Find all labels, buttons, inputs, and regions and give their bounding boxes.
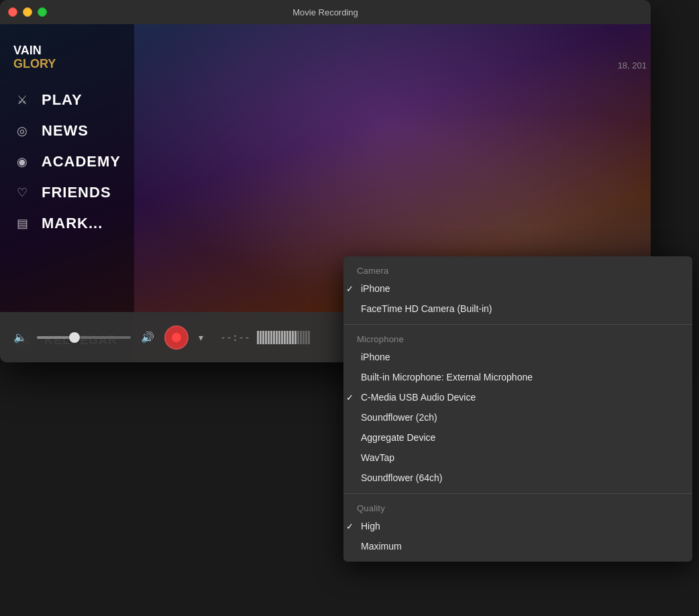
high-quality-label: High — [357, 521, 380, 531]
iphone-camera-label: iPhone — [357, 283, 390, 294]
sidebar-item-friends[interactable]: ♡ FRIENDS — [0, 177, 134, 208]
iphone-mic-label: iPhone — [357, 352, 390, 362]
nav-items: ⚔ PLAY ◎ NEWS ◉ ACADEMY ♡ FRIENDS ▤ MA — [0, 85, 134, 239]
sidebar-item-news[interactable]: ◎ NEWS — [0, 115, 134, 146]
quality-section: Quality ✓ High Maximum — [343, 494, 692, 562]
academy-icon: ◉ — [13, 153, 31, 170]
news-icon: ◎ — [13, 122, 31, 140]
menu-item-aggregate[interactable]: Aggregate Device — [343, 427, 692, 448]
minimize-button[interactable] — [23, 7, 32, 17]
friends-label: FRIENDS — [42, 184, 111, 201]
level-bar-18 — [303, 331, 305, 344]
menu-item-cmedia[interactable]: ✓ C-Media USB Audio Device — [343, 387, 692, 407]
friends-icon: ♡ — [13, 184, 31, 201]
level-bar-13 — [289, 331, 291, 344]
sword-icon: ⚔ — [13, 91, 31, 109]
timer-area: --:-- — [220, 331, 310, 344]
date-badge: 18, 201 — [614, 58, 651, 73]
level-bar-7 — [273, 331, 275, 344]
level-bar-19 — [305, 331, 307, 344]
news-label: NEWS — [42, 122, 89, 140]
maximize-button[interactable] — [38, 7, 47, 17]
level-bar-17 — [300, 331, 302, 344]
level-bar-6 — [270, 331, 272, 344]
logo: VAIN GLORY — [13, 44, 56, 71]
volume-low-icon: 🔈 — [13, 331, 27, 344]
timer-display: --:-- — [220, 331, 250, 344]
level-bar-12 — [286, 331, 288, 344]
level-bar-9 — [278, 331, 280, 344]
aggregate-label: Aggregate Device — [357, 432, 435, 443]
soundflower64ch-label: Soundflower (64ch) — [357, 472, 442, 483]
level-bar-15 — [294, 331, 297, 344]
play-label: PLAY — [42, 91, 83, 109]
sidebar-item-play[interactable]: ⚔ PLAY — [0, 85, 134, 115]
level-bar-3 — [262, 331, 264, 344]
level-bar-8 — [276, 331, 278, 344]
level-bar-5 — [268, 331, 270, 344]
level-bar-20 — [308, 331, 310, 344]
soundflower2ch-label: Soundflower (2ch) — [357, 412, 437, 423]
level-bar-1 — [257, 331, 259, 344]
facetime-camera-label: FaceTime HD Camera (Built-in) — [357, 303, 492, 314]
level-bar-4 — [265, 331, 267, 344]
logo-glory: GLORY — [13, 58, 56, 71]
level-bar-16 — [297, 331, 299, 344]
level-bar-11 — [284, 331, 286, 344]
volume-high-icon: 🔊 — [141, 331, 154, 344]
menu-item-high[interactable]: ✓ High — [343, 516, 692, 536]
check-icon-cmedia: ✓ — [346, 393, 354, 403]
maximum-quality-label: Maximum — [357, 541, 402, 552]
sidebar-item-academy[interactable]: ◉ ACADEMY — [0, 146, 134, 177]
menu-item-iphone-camera[interactable]: ✓ iPhone — [343, 278, 692, 299]
close-button[interactable] — [8, 7, 17, 17]
window-title: Movie Recording — [292, 7, 358, 17]
quality-section-label: Quality — [343, 499, 692, 516]
check-icon-high: ✓ — [346, 521, 354, 531]
camera-section-label: Camera — [343, 262, 692, 278]
menu-item-wavtap[interactable]: WavTap — [343, 448, 692, 468]
dropdown-arrow-icon[interactable]: ▾ — [199, 332, 203, 343]
record-dot-icon — [172, 333, 181, 342]
sidebar-item-market[interactable]: ▤ MARK... — [0, 208, 134, 239]
market-icon: ▤ — [13, 215, 31, 232]
traffic-lights — [8, 7, 47, 17]
logo-vain: VAIN — [13, 44, 56, 58]
menu-item-soundflower2ch[interactable]: Soundflower (2ch) — [343, 407, 692, 427]
menu-item-facetime-camera[interactable]: FaceTime HD Camera (Built-in) — [343, 299, 692, 319]
dropdown-menu: Camera ✓ iPhone FaceTime HD Camera (Buil… — [343, 256, 692, 562]
menu-item-soundflower64ch[interactable]: Soundflower (64ch) — [343, 468, 692, 488]
menu-item-builtin-mic[interactable]: Built-in Microphone: External Microphone — [343, 367, 692, 387]
wavtap-label: WavTap — [357, 452, 394, 463]
market-label: MARK... — [42, 215, 103, 232]
academy-label: ACADEMY — [42, 153, 121, 170]
record-button[interactable] — [164, 325, 189, 350]
level-bar-10 — [281, 331, 283, 344]
builtin-mic-label: Built-in Microphone: External Microphone — [357, 372, 533, 382]
microphone-section: Microphone iPhone Built-in Microphone: E… — [343, 325, 692, 494]
camera-section: Camera ✓ iPhone FaceTime HD Camera (Buil… — [343, 256, 692, 325]
check-icon-iphone-cam: ✓ — [346, 284, 354, 294]
level-bar-2 — [260, 331, 262, 344]
microphone-section-label: Microphone — [343, 330, 692, 347]
menu-item-maximum[interactable]: Maximum — [343, 536, 692, 556]
level-meter — [257, 331, 310, 344]
cmedia-label: C-Media USB Audio Device — [357, 392, 476, 403]
level-bar-14 — [292, 331, 294, 344]
titlebar: Movie Recording — [0, 0, 651, 24]
volume-slider[interactable] — [37, 336, 131, 339]
menu-item-iphone-mic[interactable]: iPhone — [343, 347, 692, 367]
volume-thumb[interactable] — [69, 332, 80, 343]
logo-area: VAIN GLORY — [0, 38, 134, 85]
